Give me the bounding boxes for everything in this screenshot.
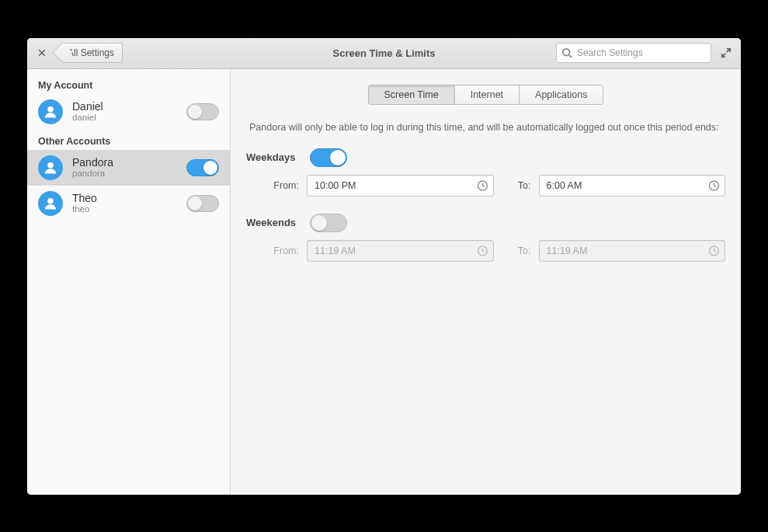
weekends-from-label: From: xyxy=(269,245,299,256)
account-names: Daniel daniel xyxy=(72,100,177,123)
avatar xyxy=(38,191,63,216)
weekends-label: Weekends xyxy=(246,217,299,228)
account-toggle-pandora[interactable] xyxy=(186,159,219,176)
account-username: theo xyxy=(72,204,177,214)
other-accounts-section-label: Other Accounts xyxy=(27,130,230,150)
settings-window: All Settings Screen Time & Limits My Acc… xyxy=(27,38,741,495)
account-display-name: Pandora xyxy=(72,156,177,169)
clock-icon xyxy=(477,179,488,191)
clock-icon xyxy=(708,245,720,256)
account-toggle-theo[interactable] xyxy=(186,195,219,212)
clock-icon xyxy=(708,179,720,191)
avatar xyxy=(38,155,63,180)
weekdays-from-label: From: xyxy=(269,180,299,191)
close-icon xyxy=(37,48,47,57)
my-account-section-label: My Account xyxy=(27,74,230,94)
account-names: Theo theo xyxy=(72,192,177,214)
account-display-name: Daniel xyxy=(72,100,177,113)
account-username: pandora xyxy=(72,169,177,179)
account-names: Pandora pandora xyxy=(72,156,177,179)
search-icon xyxy=(561,47,572,58)
description-text: Pandora will only be able to log in duri… xyxy=(249,120,722,134)
back-label: All Settings xyxy=(68,47,114,58)
tab-screen-time[interactable]: Screen Time xyxy=(369,85,455,104)
account-row-theo[interactable]: Theo theo xyxy=(27,186,230,221)
titlebar: All Settings Screen Time & Limits xyxy=(27,38,741,69)
search-input[interactable] xyxy=(556,43,711,63)
weekends-to-input[interactable] xyxy=(539,240,726,262)
weekdays-time-row: From: To: xyxy=(246,175,725,196)
svg-point-2 xyxy=(47,162,54,168)
maximize-button[interactable] xyxy=(718,44,735,61)
search-wrap xyxy=(556,43,711,63)
weekends-block: Weekends From: To: xyxy=(246,214,725,262)
person-icon xyxy=(43,104,58,120)
avatar xyxy=(38,99,63,124)
person-icon xyxy=(43,160,58,176)
account-display-name: Theo xyxy=(72,192,177,204)
account-toggle-daniel[interactable] xyxy=(186,103,219,120)
weekdays-to-input[interactable] xyxy=(539,175,726,196)
tab-group: Screen Time Internet Applications xyxy=(368,85,604,105)
account-row-pandora[interactable]: Pandora pandora xyxy=(27,150,230,186)
clock-icon xyxy=(477,245,488,256)
tab-internet[interactable]: Internet xyxy=(455,85,520,104)
close-button[interactable] xyxy=(33,44,50,61)
account-row-daniel[interactable]: Daniel daniel xyxy=(27,94,230,130)
weekdays-to-label: To: xyxy=(502,180,531,191)
main-pane: Screen Time Internet Applications Pandor… xyxy=(231,69,741,495)
weekends-toggle[interactable] xyxy=(310,214,347,232)
weekends-to-label: To: xyxy=(502,245,531,256)
tabs: Screen Time Internet Applications xyxy=(246,85,725,105)
svg-point-3 xyxy=(47,197,54,203)
account-username: daniel xyxy=(72,113,177,123)
accounts-sidebar: My Account Daniel daniel Other Accounts xyxy=(27,69,231,495)
maximize-icon xyxy=(721,47,732,58)
weekdays-from-input[interactable] xyxy=(307,175,494,196)
weekdays-block: Weekdays From: To: xyxy=(246,148,725,196)
svg-point-1 xyxy=(47,106,54,112)
weekdays-label: Weekdays xyxy=(246,151,299,163)
weekdays-toggle[interactable] xyxy=(310,148,347,167)
back-button[interactable]: All Settings xyxy=(63,43,123,63)
weekends-time-row: From: To: xyxy=(246,240,725,262)
weekends-from-input[interactable] xyxy=(307,240,494,262)
svg-point-0 xyxy=(563,49,570,56)
person-icon xyxy=(43,196,58,211)
tab-applications[interactable]: Applications xyxy=(520,85,603,104)
